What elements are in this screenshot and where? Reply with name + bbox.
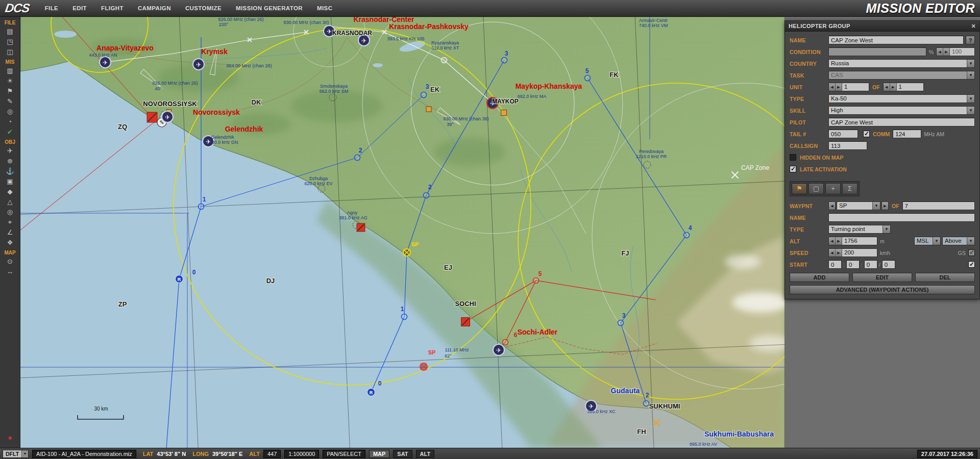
map-view-button[interactable]: MAP: [369, 450, 389, 458]
waypoint-marker[interactable]: [355, 155, 360, 161]
comm-checkbox[interactable]: [863, 131, 870, 137]
save-mission-icon[interactable]: ◫: [4, 47, 17, 57]
measure-tool-icon[interactable]: ↔: [4, 267, 17, 277]
waypoint-marker[interactable]: [421, 92, 427, 98]
start-time-icon[interactable]: ◔: [4, 117, 17, 127]
spin-right-icon[interactable]: ▶: [836, 83, 842, 91]
spin-right-icon[interactable]: ▶: [836, 237, 842, 245]
start-seconds-input[interactable]: [864, 260, 877, 269]
sat-view-button[interactable]: SAT: [393, 450, 412, 458]
waypoint-marker[interactable]: [199, 204, 204, 210]
waypoint-marker[interactable]: [684, 233, 690, 238]
name-help-button[interactable]: ?: [966, 36, 975, 44]
waypoint-prev-icon[interactable]: ◀: [828, 201, 836, 210]
menu-mission-generator[interactable]: MISSION GENERATOR: [236, 5, 303, 11]
menu-customize[interactable]: CUSTOMIZE: [185, 5, 222, 11]
altitude-spinner[interactable]: ◀ ▶ 1756: [828, 237, 877, 245]
start-day-input[interactable]: [882, 260, 895, 269]
aircraft-type-dropdown[interactable]: Ka-50 ▼: [828, 94, 975, 103]
comm-frequency-input[interactable]: [893, 130, 921, 138]
waypoint-marker[interactable]: [502, 58, 507, 63]
start-hours-input[interactable]: [828, 260, 842, 269]
new-mission-icon[interactable]: ▤: [4, 27, 17, 37]
menu-misc[interactable]: MISC: [317, 5, 332, 11]
start-time-checkbox[interactable]: [968, 261, 975, 268]
mission-options-icon[interactable]: ▥: [4, 66, 17, 76]
late-activation-checkbox[interactable]: [790, 166, 796, 172]
spin-left-icon[interactable]: ◀: [937, 48, 943, 56]
gs-checkbox[interactable]: [968, 249, 975, 256]
group-name-input[interactable]: [828, 36, 964, 44]
route-tab[interactable]: ⚑: [792, 183, 807, 194]
spin-left-icon[interactable]: ◀: [829, 83, 836, 91]
waypoint-marker[interactable]: [585, 75, 591, 81]
country-dropdown[interactable]: Russia ▼: [828, 59, 975, 68]
spin-left-icon[interactable]: ◀: [829, 249, 836, 257]
map-options-icon[interactable]: ⊙: [4, 257, 17, 267]
pilot-input[interactable]: [828, 118, 975, 126]
close-icon[interactable]: ✕: [971, 23, 976, 30]
waypoint-marker[interactable]: [533, 278, 539, 284]
helicopter-group-icon[interactable]: ⊕: [4, 156, 17, 166]
payload-tab[interactable]: ▢: [808, 183, 824, 194]
ground-unit-marker[interactable]: [426, 107, 431, 112]
waypoint-next-icon[interactable]: ▶: [881, 201, 889, 210]
distance-tool-icon[interactable]: ∠: [4, 227, 17, 238]
waypoint-marker[interactable]: [644, 401, 649, 406]
chevron-down-icon[interactable]: ▼: [21, 450, 28, 457]
ship-group-icon[interactable]: ⚓: [4, 166, 17, 176]
waypoint-marker[interactable]: [503, 340, 508, 345]
speed-spinner[interactable]: ◀ ▶ 200: [828, 248, 877, 257]
waypoint-type-dropdown[interactable]: Turning point ▼: [828, 225, 891, 234]
edit-waypoint-button[interactable]: EDIT: [852, 273, 912, 282]
chevron-down-icon[interactable]: ▼: [967, 95, 974, 103]
spin-right-icon[interactable]: ▶: [836, 249, 842, 257]
map-viewport[interactable]: RR✎✈✈✈✈✈✈✈✈✈Krasnodar-CenterKrasnodar-Pa…: [20, 17, 785, 448]
add-waypoint-button[interactable]: ADD: [790, 273, 849, 282]
waypoint-marker[interactable]: [618, 320, 624, 326]
spin-left-icon[interactable]: ◀: [829, 237, 836, 245]
triggers-icon[interactable]: ⚑: [4, 86, 17, 96]
callsign-input[interactable]: [828, 141, 867, 150]
spin-right-icon[interactable]: ▶: [943, 48, 950, 56]
menu-edit[interactable]: EDIT: [72, 5, 87, 11]
bullseye-icon[interactable]: ◎: [4, 207, 17, 217]
waypoint-name-input[interactable]: [828, 213, 975, 222]
advanced-actions-button[interactable]: ADVANCED (WAYPOINT ACTIONS): [790, 285, 975, 294]
waypoint-marker[interactable]: [442, 58, 447, 63]
draw-shapes-icon[interactable]: ❖: [4, 238, 17, 248]
menu-flight[interactable]: FLIGHT: [101, 5, 124, 11]
validate-mission-icon[interactable]: ✔: [4, 127, 17, 137]
chevron-down-icon[interactable]: ▼: [872, 202, 880, 210]
hidden-on-map-checkbox[interactable]: [790, 154, 796, 161]
goals-icon[interactable]: ◎: [4, 107, 17, 117]
spin-right-icon[interactable]: ▶: [890, 83, 897, 91]
chevron-down-icon[interactable]: ▼: [883, 225, 890, 233]
waypoint-marker[interactable]: [424, 193, 429, 198]
chevron-down-icon[interactable]: ▼: [967, 237, 974, 245]
template-icon[interactable]: △: [4, 197, 17, 207]
chevron-down-icon[interactable]: ▼: [933, 237, 940, 245]
waypoint-marker[interactable]: [402, 314, 407, 320]
mission-map[interactable]: RR✎✈✈✈✈✈✈✈✈✈Krasnodar-CenterKrasnodar-Pa…: [20, 17, 785, 448]
static-object-icon[interactable]: ◆: [4, 187, 17, 197]
menu-file[interactable]: FILE: [45, 5, 59, 11]
unit-count-spinner[interactable]: ◀ ▶ 1: [828, 83, 869, 91]
chevron-down-icon[interactable]: ▼: [967, 107, 974, 114]
open-mission-icon[interactable]: ◳: [4, 37, 17, 47]
menu-campaign[interactable]: CAMPAIGN: [138, 5, 171, 11]
ground-unit-marker[interactable]: [501, 110, 507, 116]
start-minutes-input[interactable]: [846, 260, 860, 269]
delete-waypoint-button[interactable]: DEL: [915, 273, 975, 282]
alt-view-button[interactable]: ALT: [416, 450, 435, 458]
unit-of-spinner[interactable]: ◀ ▶ 1: [883, 83, 924, 91]
altitude-ref-dropdown[interactable]: MSL ▼: [914, 237, 941, 245]
probability-spinner[interactable]: ◀ ▶ 100: [936, 47, 975, 56]
chevron-down-icon[interactable]: ▼: [967, 60, 974, 67]
panel-title-bar[interactable]: HELICOPTER GROUP ✕: [785, 21, 979, 32]
layer-select[interactable]: DFLT ▼: [3, 450, 29, 458]
trigger-zone-icon[interactable]: ⌖: [4, 217, 17, 227]
airplane-group-icon[interactable]: ✈: [4, 146, 17, 156]
aircraft-tab[interactable]: +: [825, 183, 841, 194]
waypoint-dropdown[interactable]: SP ▼: [837, 201, 880, 210]
